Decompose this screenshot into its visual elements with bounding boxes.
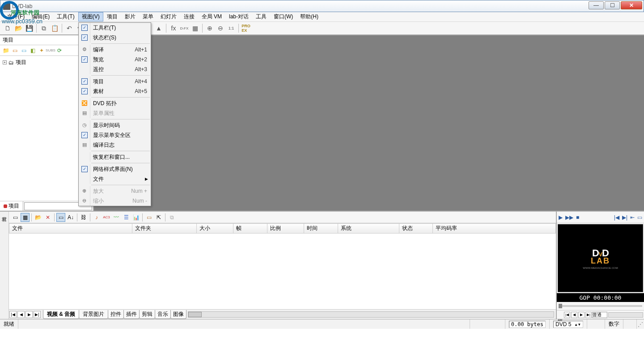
paste-icon[interactable]: 📋 [50, 23, 59, 33]
asset-tab-1[interactable]: 背景图片 [79, 310, 108, 319]
assets-table[interactable]: 文件文件夹大小帧比例时间系统状态平均码率 [9, 223, 556, 309]
menu-2[interactable]: 工具(T) [53, 12, 78, 21]
canvas-area[interactable] [94, 35, 644, 211]
tab-first-icon[interactable]: |◀ [9, 311, 17, 318]
asset-tab-3[interactable]: 插件 [123, 310, 140, 319]
maximize-button[interactable]: ☐ [605, 1, 620, 9]
ff-icon[interactable]: ▶▶ [565, 214, 573, 221]
pv-last-icon[interactable]: ▶| [585, 312, 592, 318]
menuitem-8[interactable]: ✓素材Alt+5 [79, 86, 151, 96]
menuitem-4[interactable]: ✓预览Alt+2 [79, 55, 151, 64]
minimize-button[interactable]: — [589, 1, 604, 9]
menuitem-15[interactable]: ▤编译日志 [79, 140, 151, 150]
tree-subs-icon[interactable]: SUBS [47, 47, 55, 55]
menuitem-17[interactable]: 恢复栏和窗口... [79, 152, 151, 162]
col-3[interactable]: 帧 [233, 224, 267, 234]
menuitem-7[interactable]: ✓项目Alt+4 [79, 76, 151, 86]
tree-slide-icon[interactable]: ◧ [29, 47, 37, 55]
menuitem-20[interactable]: 文件▶ [79, 174, 151, 184]
copy-icon[interactable]: ⧉ [39, 23, 49, 33]
menu-6[interactable]: 菜单 [139, 12, 157, 21]
menuitem-1[interactable]: ✓状态栏(S) [79, 33, 151, 42]
col-5[interactable]: 时间 [304, 224, 338, 234]
asset-tab-5[interactable]: 音乐 [155, 310, 171, 319]
asset-tab-0[interactable]: 视频 & 音频 [43, 310, 79, 319]
menu-10[interactable]: lab-对话 [225, 12, 252, 21]
col-8[interactable]: 平均码率 [433, 224, 556, 234]
asset-delete-icon[interactable]: ✕ [43, 213, 52, 222]
menuitem-19[interactable]: ✓网络样式界面(N) [79, 164, 151, 174]
col-0[interactable]: 文件 [9, 224, 132, 234]
resize-grip-icon[interactable]: ⋰ [637, 321, 644, 327]
menu-4[interactable]: 项目 [103, 12, 121, 21]
asset-open-icon[interactable]: 📂 [34, 213, 42, 222]
col-6[interactable]: 系统 [338, 224, 399, 234]
film-icon[interactable]: ▦ [190, 23, 200, 33]
undo-icon[interactable]: ↶ [64, 23, 74, 33]
asset-new-icon[interactable]: ▭ [11, 213, 20, 222]
project-tab[interactable]: 项目 [0, 201, 23, 211]
step-back-icon[interactable]: |◀ [614, 214, 619, 221]
col-2[interactable]: 大小 [196, 224, 233, 234]
asset-tab-4[interactable]: 剪辑 [139, 310, 155, 319]
new-icon[interactable]: 🗋 [3, 23, 13, 33]
tab-last-icon[interactable]: ▶| [34, 311, 41, 318]
menuitem-13[interactable]: ◷显示时间码 [79, 120, 151, 130]
mark-out-icon[interactable]: ▭ [637, 214, 642, 221]
pro-ex-icon[interactable]: PROEX [241, 23, 251, 33]
menu-9[interactable]: 全局 VM [198, 12, 225, 21]
tree-menu-icon[interactable]: ▭ [20, 47, 28, 55]
menu-12[interactable]: 窗口(W) [270, 12, 297, 21]
asset-audio-icon[interactable]: ♪ [92, 213, 101, 222]
pv-first-icon[interactable]: |◀ [564, 312, 570, 318]
play-icon[interactable]: ▶ [559, 214, 563, 221]
col-4[interactable]: 比例 [267, 224, 304, 234]
asset-chart-icon[interactable]: 📊 [131, 213, 140, 222]
assets-scrollbar[interactable] [188, 311, 554, 318]
asset-tab-2[interactable]: 控件 [108, 310, 124, 319]
menu-11[interactable]: 工具 [252, 12, 270, 21]
zoom-in-icon[interactable]: ⊕ [205, 23, 215, 33]
pv-prev-icon[interactable]: ◀ [571, 312, 577, 318]
tab-prev-icon[interactable]: ◀ [17, 311, 25, 318]
status-disc[interactable]: DVD 5 ▴▾ [553, 321, 583, 328]
pointer-icon[interactable]: ▲ [154, 23, 164, 33]
asset-link-icon[interactable]: ⛓ [79, 213, 88, 222]
asset-sort-icon[interactable]: A↓ [66, 213, 75, 222]
menu-13[interactable]: 帮助(H) [297, 12, 322, 21]
asset-ac3-icon[interactable]: AC3 [102, 213, 111, 222]
zoom-out-icon[interactable]: ⊖ [216, 23, 225, 33]
zoom-11-icon[interactable]: 1:1 [226, 23, 236, 33]
dfx-icon[interactable]: D-FX [179, 23, 189, 33]
mark-in-icon[interactable]: ⇤ [630, 214, 635, 221]
asset-disc-icon[interactable]: ▭ [144, 213, 153, 222]
menuitem-10[interactable]: 🔀DVD 拓扑 [79, 98, 151, 108]
expand-icon[interactable]: + [3, 60, 7, 64]
preview-scrollbar[interactable] [608, 312, 643, 318]
menu-8[interactable]: 连接 [180, 12, 198, 21]
menuitem-0[interactable]: ✓工具栏(T) [79, 23, 151, 33]
asset-add-icon[interactable]: ▭ [56, 213, 65, 222]
step-fwd-icon[interactable]: ▶| [622, 214, 627, 221]
asset-export-icon[interactable]: ⇱ [154, 213, 163, 222]
col-1[interactable]: 文件夹 [132, 224, 196, 234]
save-icon[interactable]: 💾 [24, 23, 34, 33]
asset-wave-icon[interactable]: 〰 [112, 213, 121, 222]
menuitem-3[interactable]: ⚙编译Alt+1 [79, 45, 151, 55]
tree-refresh-icon[interactable]: ⟳ [55, 47, 64, 55]
col-7[interactable]: 状态 [399, 224, 433, 234]
pv-next-icon[interactable]: ▶ [578, 312, 585, 318]
preview-mode-input[interactable] [592, 312, 607, 318]
open-icon[interactable]: 📂 [13, 23, 23, 33]
asset-copy-icon[interactable]: ⧉ [167, 213, 176, 222]
menu-3[interactable]: 视图(V) [78, 12, 103, 21]
asset-grid-icon[interactable]: ▦ [21, 213, 30, 222]
menuitem-5[interactable]: 遥控Alt+3 [79, 64, 151, 74]
menuitem-14[interactable]: ✓显示菜单安全区 [79, 130, 151, 140]
tree-root-item[interactable]: + 🗂 项目 [3, 59, 90, 66]
preview-slider[interactable] [557, 302, 644, 310]
menu-7[interactable]: 幻灯片 [157, 12, 180, 21]
asset-tab-6[interactable]: 图像 [170, 310, 186, 319]
fx-icon[interactable]: fx [169, 23, 178, 33]
tab-next-icon[interactable]: ▶ [25, 311, 33, 318]
